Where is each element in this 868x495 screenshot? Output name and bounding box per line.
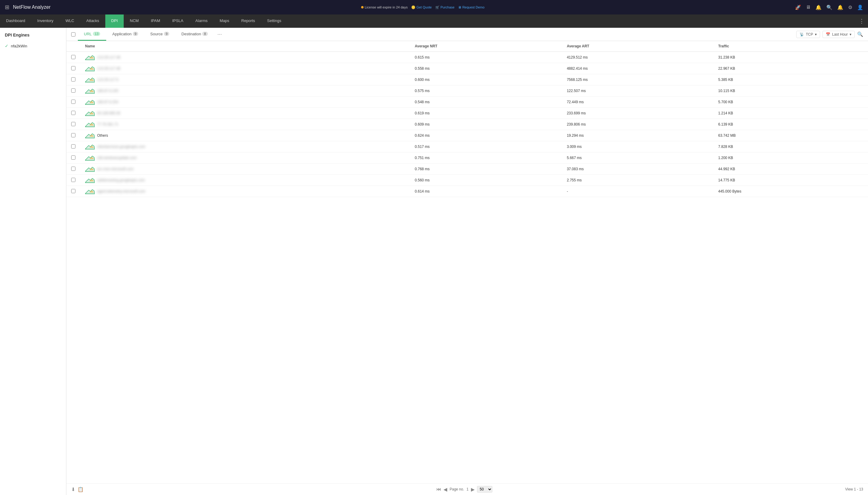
table-row: 113.29.117.50.600 ms7568.125 ms5.385 KB xyxy=(66,74,868,85)
nav-item-dashboard[interactable]: Dashboard xyxy=(0,15,31,28)
purchase-link[interactable]: 🛒 Purchase xyxy=(435,5,454,10)
tab-dest-badge: 8 xyxy=(202,32,208,36)
row-checkbox[interactable] xyxy=(71,167,75,171)
engine-item-nfa2kwin[interactable]: ✓ nfa2kWin xyxy=(0,41,66,51)
row-checkbox[interactable] xyxy=(71,55,75,59)
row-name[interactable]: arc.msn.microsoft.com xyxy=(97,167,134,171)
bell-outline-icon[interactable]: 🔔 xyxy=(815,4,821,10)
grid-icon[interactable]: ⊞ xyxy=(5,4,10,11)
row-checkbox[interactable] xyxy=(71,155,75,160)
col-checkbox xyxy=(66,41,80,52)
rocket-icon[interactable]: 🚀 xyxy=(795,4,801,10)
request-demo-link[interactable]: 🖥 Request Demo xyxy=(458,5,484,9)
time-selector[interactable]: 📅 Last Hour ▾ xyxy=(822,31,855,38)
row-checkbox[interactable] xyxy=(71,122,75,126)
user-avatar[interactable]: 👤 xyxy=(857,4,863,10)
tab-url[interactable]: URL 13 xyxy=(78,28,106,41)
row-checkbox[interactable] xyxy=(71,144,75,149)
nav-item-dpi[interactable]: DPI xyxy=(105,15,124,28)
row-name[interactable]: safebrowsing.googleapis.com xyxy=(97,178,145,182)
tab-destination[interactable]: Destination 8 xyxy=(175,28,214,41)
footer-left: ⬇ 📋 xyxy=(71,487,84,492)
table-row: arc.msn.microsoft.com0.768 ms37.083 ms44… xyxy=(66,164,868,175)
sparkline-icon xyxy=(85,144,95,150)
traffic: 6.139 KB xyxy=(713,119,868,130)
search-header-icon[interactable]: 🔍 xyxy=(826,4,832,10)
row-checkbox[interactable] xyxy=(71,88,75,93)
traffic: 1.214 KB xyxy=(713,108,868,119)
nav-item-inventory[interactable]: Inventory xyxy=(31,15,59,28)
notification-icon[interactable]: 🔔 xyxy=(837,4,843,10)
table-search-icon[interactable]: 🔍 xyxy=(857,31,863,37)
cart-icon: 🛒 xyxy=(435,5,440,10)
row-name[interactable]: clientservices.googleapis.com xyxy=(97,144,145,149)
row-checkbox[interactable] xyxy=(71,66,75,70)
nav-item-attacks[interactable]: Attacks xyxy=(80,15,105,28)
export-icon[interactable]: 📋 xyxy=(77,487,84,492)
protocol-selector[interactable]: 📡 TCP ▾ xyxy=(796,31,820,38)
avg-nrt: 0.624 ms xyxy=(410,130,562,141)
nav-item-maps[interactable]: Maps xyxy=(214,15,235,28)
sparkline-icon xyxy=(85,99,95,105)
table-row: 60.108.985.300.619 ms233.699 ms1.214 KB xyxy=(66,108,868,119)
nav-more-button[interactable]: ⋮ xyxy=(855,15,868,28)
next-page-btn[interactable]: ▶ xyxy=(471,487,475,492)
name-cell: 77.76.381.71 xyxy=(85,121,405,127)
content-area: URL 13 Application 9 Source 9 Destinatio… xyxy=(66,28,868,495)
nav-item-settings[interactable]: Settings xyxy=(261,15,287,28)
row-name[interactable]: 60.108.985.30 xyxy=(97,111,120,115)
coin-icon: 🪙 xyxy=(411,5,415,10)
tab-source[interactable]: Source 9 xyxy=(144,28,175,41)
row-checkbox[interactable] xyxy=(71,111,75,115)
row-name[interactable]: ctld.windowsupdate.com xyxy=(97,156,137,160)
get-quote-link[interactable]: 🪙 Get Quote xyxy=(411,5,432,10)
row-checkbox[interactable] xyxy=(71,77,75,82)
row-name[interactable]: 113.29.117.48 xyxy=(97,55,120,59)
traffic: 44.992 KB xyxy=(713,164,868,175)
row-name[interactable]: 77.76.381.71 xyxy=(97,122,118,126)
avg-nrt: 0.517 ms xyxy=(410,141,562,152)
row-name[interactable]: Others xyxy=(97,133,108,138)
tab-application[interactable]: Application 9 xyxy=(106,28,144,41)
settings-icon[interactable]: ⚙ xyxy=(848,4,852,10)
tab-source-badge: 9 xyxy=(164,32,169,36)
avg-art: 233.699 ms xyxy=(562,108,713,119)
nav-item-ipam[interactable]: IPAM xyxy=(145,15,166,28)
row-name[interactable]: 113.29.117.5 xyxy=(97,78,118,82)
table-row: 113.29.117.480.615 ms4129.512 ms31.238 K… xyxy=(66,52,868,63)
row-name[interactable]: 113.29.117.48 xyxy=(97,66,120,71)
license-warning: License will expire in 24 days xyxy=(361,5,408,9)
avg-art: 5.667 ms xyxy=(562,152,713,164)
pagination: ⏮ ◀ Page no. 1 ▶ 50 25 100 xyxy=(436,486,492,493)
sidebar-title: DPI Engines xyxy=(0,33,66,41)
prev-page-btn[interactable]: ◀ xyxy=(443,487,447,492)
name-cell: safebrowsing.googleapis.com xyxy=(85,177,405,183)
download-icon[interactable]: ⬇ xyxy=(71,487,75,492)
first-page-btn[interactable]: ⏮ xyxy=(436,487,441,492)
row-checkbox[interactable] xyxy=(71,133,75,137)
row-name[interactable]: 180.87.6.245 xyxy=(97,89,118,93)
table-row: agent.telemetry.microsoft.com0.614 ms-44… xyxy=(66,186,868,197)
traffic: 31.238 KB xyxy=(713,52,868,63)
engine-name: nfa2kWin xyxy=(11,44,27,48)
traffic: 10.115 KB xyxy=(713,85,868,97)
row-checkbox[interactable] xyxy=(71,178,75,182)
nav-item-ncm[interactable]: NCM xyxy=(124,15,145,28)
per-page-select[interactable]: 50 25 100 xyxy=(477,486,492,493)
tab-more-button[interactable]: ··· xyxy=(214,28,226,41)
traffic: 445.000 Bytes xyxy=(713,186,868,197)
row-checkbox[interactable] xyxy=(71,189,75,193)
table-row: safebrowsing.googleapis.com0.560 ms2.755… xyxy=(66,175,868,186)
nav-item-wlc[interactable]: WLC xyxy=(59,15,80,28)
monitor-icon[interactable]: 🖥 xyxy=(806,4,811,10)
traffic: 5.700 KB xyxy=(713,97,868,108)
table-row: clientservices.googleapis.com0.517 ms3.0… xyxy=(66,141,868,152)
row-name[interactable]: agent.telemetry.microsoft.com xyxy=(97,189,145,193)
tab-app-badge: 9 xyxy=(133,32,138,36)
nav-item-ipsla[interactable]: IPSLA xyxy=(166,15,190,28)
row-name[interactable]: 180.87.6.254 xyxy=(97,100,118,104)
row-checkbox[interactable] xyxy=(71,100,75,104)
nav-item-alarms[interactable]: Alarms xyxy=(190,15,214,28)
nav-item-reports[interactable]: Reports xyxy=(235,15,261,28)
select-all-checkbox[interactable] xyxy=(71,32,75,36)
